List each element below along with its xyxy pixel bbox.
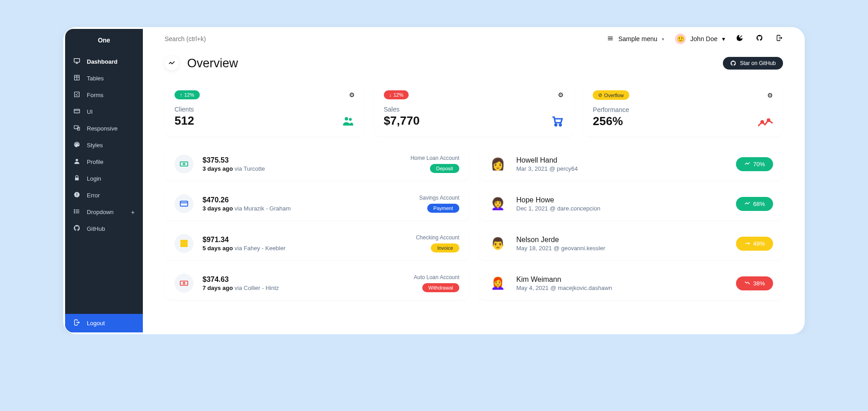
sidebar-item-profile[interactable]: Profile xyxy=(65,154,143,170)
sidebar-item-ui[interactable]: UI xyxy=(65,103,143,120)
gear-icon[interactable]: ⚙ xyxy=(558,91,564,98)
transaction-item[interactable]: $374.63 7 days ago via Collier - Hintz A… xyxy=(165,266,469,300)
client-trend-pill: 38% xyxy=(736,276,773,290)
transaction-account: Auto Loan Account xyxy=(414,274,459,280)
transaction-meta: 5 days ago via Fahey - Keebler xyxy=(203,245,407,252)
svg-point-27 xyxy=(349,118,352,121)
transaction-item[interactable]: $470.26 3 days ago via Murazik - Graham … xyxy=(165,187,469,220)
sidebar-nav: Dashboard Tables Forms UI Responsive Sty… xyxy=(65,51,143,314)
theme-toggle-icon[interactable] xyxy=(736,34,743,43)
trend-up-icon xyxy=(744,161,750,167)
client-avatar: 👩‍🦰 xyxy=(488,274,507,293)
cart-icon xyxy=(550,114,564,128)
stat-value: 512 xyxy=(175,114,194,128)
client-meta: May 4, 2021 @ macejkovic.dashawn xyxy=(516,285,727,291)
client-meta: Mar 3, 2021 @ percy64 xyxy=(516,165,727,172)
brand-logo[interactable]: One xyxy=(65,29,143,51)
sidebar-item-login[interactable]: Login xyxy=(65,170,143,187)
sidebar-item-label: Dropdown xyxy=(87,209,113,215)
sidebar-item-github[interactable]: GitHub xyxy=(65,220,143,237)
square-icon xyxy=(175,234,193,253)
svg-rect-37 xyxy=(180,281,188,285)
sidebar-item-error[interactable]: Error xyxy=(65,187,143,204)
transaction-account: Home Loan Account xyxy=(410,155,459,161)
money-icon xyxy=(175,154,193,173)
sidebar-item-label: Error xyxy=(87,192,100,199)
transaction-item[interactable]: $971.34 5 days ago via Fahey - Keebler C… xyxy=(165,227,469,260)
github-icon xyxy=(73,224,80,233)
client-name: Kim Weimann xyxy=(516,276,727,284)
star-github-button[interactable]: Star on GitHub xyxy=(723,57,783,70)
client-meta: May 18, 2021 @ geovanni.kessler xyxy=(516,245,727,252)
svg-rect-14 xyxy=(76,193,77,195)
trend-flat-icon xyxy=(744,240,750,247)
overview-icon xyxy=(165,56,179,70)
svg-point-11 xyxy=(75,159,78,161)
stat-card-performance: ⊘ Overflow ⚙ Performance 256% xyxy=(583,82,783,136)
sidebar-item-forms[interactable]: Forms xyxy=(65,87,143,103)
sidebar-item-dropdown[interactable]: Dropdown + xyxy=(65,204,143,220)
transaction-badge: Payment xyxy=(427,204,459,213)
logout-button[interactable]: Logout xyxy=(65,314,143,332)
transaction-badge: Invoice xyxy=(431,243,459,252)
clients-list: 👩 Howell Hand Mar 3, 2021 @ percy64 70% … xyxy=(478,147,783,306)
svg-point-30 xyxy=(761,121,763,123)
exit-icon[interactable] xyxy=(776,34,783,43)
sidebar-item-tables[interactable]: Tables xyxy=(65,70,143,87)
sidebar-item-styles[interactable]: Styles xyxy=(65,137,143,154)
palette-icon xyxy=(73,141,80,149)
svg-rect-6 xyxy=(75,92,80,97)
chevron-down-icon: ▾ xyxy=(662,37,664,42)
sample-menu-dropdown[interactable]: Sample menu ▾ xyxy=(607,35,664,43)
trend-down-icon xyxy=(744,280,750,286)
money-icon xyxy=(175,274,193,293)
svg-rect-15 xyxy=(76,196,77,196)
client-name: Hope Howe xyxy=(516,196,727,204)
stat-card-clients: ↑ 12% ⚙ Clients 512 xyxy=(165,82,365,136)
sidebar-item-label: Forms xyxy=(87,92,104,98)
menu-icon xyxy=(607,35,614,43)
client-item[interactable]: 👨 Nelson Jerde May 18, 2021 @ geovanni.k… xyxy=(478,227,783,260)
transaction-item[interactable]: $375.53 3 days ago via Turcotte Home Loa… xyxy=(165,147,469,181)
transaction-meta: 3 days ago via Turcotte xyxy=(203,165,401,172)
transaction-amount: $374.63 xyxy=(203,276,405,284)
svg-rect-7 xyxy=(74,109,80,113)
svg-point-26 xyxy=(344,117,348,121)
user-avatar: 🙂 xyxy=(675,33,686,44)
list-icon xyxy=(73,208,80,216)
sidebar-item-label: Dashboard xyxy=(87,58,118,65)
trend-pill: ↑ 12% xyxy=(175,90,200,99)
card-icon xyxy=(175,194,193,213)
sidebar-item-responsive[interactable]: Responsive xyxy=(65,120,143,137)
client-item[interactable]: 👩‍🦱 Hope Howe Dec 1, 2021 @ dare.concepc… xyxy=(478,187,783,220)
page-title: Overview xyxy=(187,56,238,70)
client-avatar: 👨 xyxy=(488,234,507,253)
stat-card-sales: ↓ 12% ⚙ Sales $7,770 xyxy=(374,82,574,136)
user-menu-dropdown[interactable]: 🙂 John Doe ▾ xyxy=(675,33,725,44)
client-meta: Dec 1, 2021 @ dare.concepcion xyxy=(516,205,727,212)
gear-icon[interactable]: ⚙ xyxy=(767,92,773,99)
stat-label: Performance xyxy=(593,106,629,113)
people-icon xyxy=(341,114,355,128)
client-item[interactable]: 👩 Howell Hand Mar 3, 2021 @ percy64 70% xyxy=(478,147,783,181)
client-item[interactable]: 👩‍🦰 Kim Weimann May 4, 2021 @ macejkovic… xyxy=(478,266,783,300)
topbar-icons xyxy=(736,34,783,43)
stat-label: Clients xyxy=(175,106,194,113)
transaction-meta: 3 days ago via Murazik - Graham xyxy=(203,205,410,212)
search-input[interactable] xyxy=(165,35,596,42)
github-icon[interactable] xyxy=(756,34,763,43)
transaction-account: Checking Account xyxy=(416,234,459,241)
sidebar-item-label: Styles xyxy=(87,142,103,149)
svg-point-19 xyxy=(74,210,75,210)
stat-label: Sales xyxy=(384,106,420,113)
stat-value: 256% xyxy=(593,114,629,128)
app-window: One Dashboard Tables Forms UI Responsive xyxy=(63,27,805,334)
edit-icon xyxy=(73,91,80,99)
gear-icon[interactable]: ⚙ xyxy=(349,91,355,98)
transaction-account: Savings Account xyxy=(419,195,459,201)
main-content: Sample menu ▾ 🙂 John Doe ▾ Overvi xyxy=(143,27,805,334)
transaction-badge: Withdrawal xyxy=(422,283,459,292)
transaction-amount: $971.34 xyxy=(203,236,407,244)
sidebar-item-dashboard[interactable]: Dashboard xyxy=(65,53,143,70)
stats-row: ↑ 12% ⚙ Clients 512 ↓ 12% ⚙ xyxy=(165,82,783,136)
